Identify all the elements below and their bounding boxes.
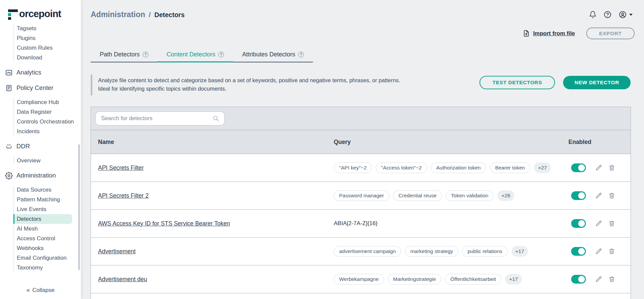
- help-icon[interactable]: [603, 10, 612, 19]
- detector-name-link[interactable]: API Secrets Filter: [98, 164, 144, 171]
- tab-path-detectors[interactable]: Path Detectors ?: [91, 47, 157, 62]
- query-chip: Öffentlichkeitsarbeit: [445, 274, 501, 285]
- column-header-name: Name: [91, 139, 334, 146]
- search-box: [95, 111, 225, 126]
- detector-name-link[interactable]: Advertisement deu: [98, 276, 147, 283]
- sidebar-section-ddr[interactable]: DDR: [0, 141, 81, 152]
- breadcrumb-separator: /: [149, 11, 151, 19]
- delete-trash-icon[interactable]: [608, 220, 615, 227]
- query-chip: advertisement campaign: [334, 246, 401, 257]
- enabled-toggle[interactable]: [571, 247, 586, 256]
- sidebar-item-email-configuration[interactable]: Email Configuration: [14, 253, 72, 263]
- search-icon[interactable]: [212, 115, 220, 122]
- forcepoint-logo[interactable]: orcepoint: [0, 0, 81, 23]
- sidebar-item-data-sources[interactable]: Data Sources: [14, 185, 72, 195]
- page-title: Detectors: [154, 11, 185, 19]
- new-detector-button[interactable]: NEW DETECTOR: [563, 76, 631, 89]
- policy-center-icon: [5, 84, 13, 92]
- collapse-button[interactable]: «Collapse: [0, 286, 81, 294]
- query-chip: Token validation: [446, 190, 494, 201]
- detector-name-link[interactable]: AWS Access Key ID for STS Service Bearer…: [98, 220, 230, 227]
- delete-trash-icon[interactable]: [608, 192, 615, 199]
- nav-group-policy: Compliance Hub Data Register Controls Or…: [0, 97, 81, 136]
- breadcrumb-administration[interactable]: Administration: [91, 10, 145, 19]
- sidebar-item-custom-rules[interactable]: Custom Rules: [14, 43, 72, 53]
- edit-pencil-icon[interactable]: [595, 276, 602, 283]
- sidebar-item-controls-orchestration[interactable]: Controls Orchestration: [14, 117, 72, 127]
- account-menu[interactable]: [618, 10, 633, 19]
- collapse-chevron-icon: «: [27, 286, 30, 293]
- column-header-query: Query: [334, 139, 567, 146]
- detector-name-link[interactable]: Advertisement: [98, 248, 136, 255]
- table-row: API Secrets Filter 2 Password manager Cr…: [91, 182, 631, 210]
- sidebar-item-taxonomy[interactable]: Taxonomy: [14, 263, 72, 272]
- notifications-bell-icon[interactable]: [589, 11, 597, 18]
- delete-trash-icon[interactable]: [608, 164, 615, 171]
- query-chips: advertisement campaign marketing strateg…: [334, 246, 567, 257]
- enabled-toggle[interactable]: [571, 275, 586, 284]
- search-panel: [91, 107, 631, 130]
- delete-trash-icon[interactable]: [608, 276, 615, 283]
- banner-text: Analyze file content to detect and categ…: [98, 74, 410, 93]
- logo-text: orcepoint: [19, 8, 61, 20]
- sidebar-item-live-events[interactable]: Live Events: [14, 204, 72, 214]
- help-circle-icon[interactable]: ?: [218, 52, 224, 57]
- enabled-toggle[interactable]: [571, 163, 586, 172]
- help-circle-icon[interactable]: ?: [143, 52, 148, 57]
- help-circle-icon[interactable]: ?: [298, 52, 304, 57]
- tab-attributes-detectors[interactable]: Attributes Detectors ?: [233, 47, 313, 62]
- table-row: Advertisement advertisement campaign mar…: [91, 238, 631, 265]
- sidebar-section-policy-center[interactable]: Policy Center: [0, 83, 81, 93]
- sidebar-item-overview[interactable]: Overview: [14, 156, 72, 165]
- edit-pencil-icon[interactable]: [595, 220, 602, 227]
- detector-name-link[interactable]: API Secrets Filter 2: [98, 192, 149, 199]
- query-chips: Werbekampagne Marketingstrategie Öffentl…: [334, 274, 567, 285]
- sidebar-item-compliance-hub[interactable]: Compliance Hub: [14, 97, 72, 107]
- ddr-icon: [5, 143, 13, 150]
- sidebar-item-webhooks[interactable]: Webhooks: [14, 243, 72, 253]
- sidebar-item-incidents[interactable]: Incidents: [14, 127, 72, 136]
- enabled-toggle[interactable]: [571, 219, 586, 228]
- table-header: Name Query Enabled: [91, 130, 631, 154]
- query-chip: "API key"~2: [334, 162, 372, 173]
- delete-trash-icon[interactable]: [608, 248, 615, 255]
- sidebar-scrollbar[interactable]: [78, 144, 80, 270]
- more-chips-badge: +17: [505, 274, 522, 285]
- toolbar: Import from file EXPORT: [522, 28, 635, 39]
- forcepoint-f-icon: [8, 8, 19, 20]
- sidebar-item-plugins[interactable]: Plugins: [14, 33, 72, 43]
- sidebar-item-data-register[interactable]: Data Register: [14, 107, 72, 117]
- gear-icon: [5, 172, 13, 180]
- query-regex-text: ABIA[2-7A-Z]{16}: [334, 220, 377, 227]
- tab-content-detectors[interactable]: Content Detectors ?: [157, 47, 233, 62]
- sidebar-item-pattern-matching[interactable]: Pattern Matching: [14, 195, 72, 204]
- query-chip: Marketingstrategie: [388, 274, 442, 285]
- import-from-file-link[interactable]: Import from file: [522, 30, 575, 37]
- sidebar-item-tagsets[interactable]: Tagsets: [14, 24, 72, 33]
- query-chip: public relations: [462, 246, 507, 257]
- detector-tabs: Path Detectors ? Content Detectors ? Att…: [91, 47, 313, 62]
- sidebar-section-administration[interactable]: Administration: [0, 170, 81, 181]
- analytics-icon: [5, 69, 13, 77]
- edit-pencil-icon[interactable]: [595, 164, 602, 171]
- detectors-table: Name Query Enabled API Secrets Filter "A…: [91, 107, 631, 299]
- sidebar-item-detectors[interactable]: Detectors: [14, 214, 72, 224]
- sidebar-nav: Tagsets Plugins Custom Rules Download An…: [0, 24, 81, 280]
- export-button[interactable]: EXPORT: [586, 28, 635, 39]
- banner-accent-bar: [91, 74, 92, 95]
- test-detectors-button[interactable]: TEST DETECTORS: [479, 76, 555, 89]
- query-chip: Authorization token: [431, 162, 486, 173]
- chevron-down-icon: [629, 14, 633, 16]
- nav-group-administration: Data Sources Pattern Matching Live Event…: [0, 185, 81, 272]
- search-input[interactable]: [101, 115, 212, 122]
- enabled-toggle[interactable]: [571, 191, 586, 200]
- sidebar-item-access-control[interactable]: Access Control: [14, 234, 72, 243]
- edit-pencil-icon[interactable]: [595, 192, 602, 199]
- info-banner: Analyze file content to detect and categ…: [91, 74, 631, 95]
- import-file-icon: [522, 30, 530, 37]
- edit-pencil-icon[interactable]: [595, 248, 602, 255]
- sidebar-item-ai-mesh[interactable]: AI Mesh: [14, 224, 72, 234]
- nav-group-ddr: Overview: [0, 156, 81, 165]
- sidebar-item-download[interactable]: Download: [14, 53, 72, 62]
- sidebar-section-analytics[interactable]: Analytics: [0, 67, 81, 78]
